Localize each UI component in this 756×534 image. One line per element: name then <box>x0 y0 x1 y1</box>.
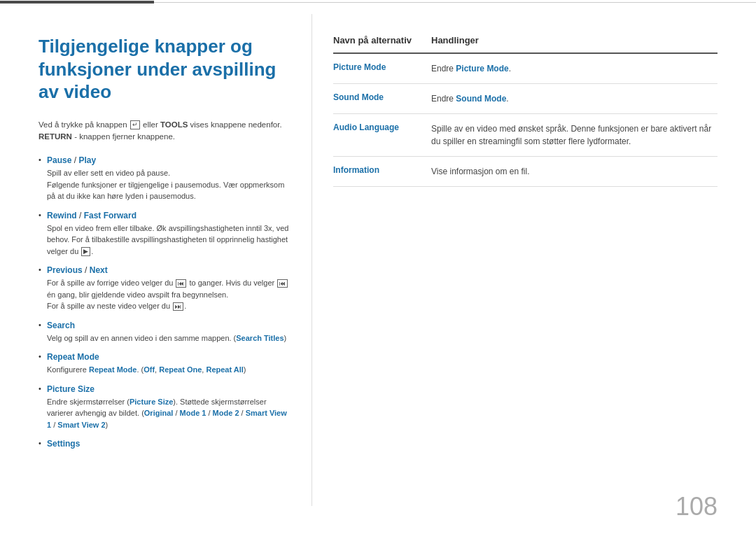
bullet-body-prev: For å spille av forrige video velger du … <box>47 277 290 300</box>
title-settings: Settings <box>47 439 80 449</box>
title-fastforward: Fast Forward <box>84 211 136 220</box>
row-action-audio-language: Spille av en video med ønsket språk. Den… <box>431 122 718 148</box>
bullet-body-search: Velg og spill av en annen video i den sa… <box>47 332 290 344</box>
table-row: Sound Mode Endre Sound Mode. <box>333 84 718 114</box>
list-item: Repeat Mode Konfigurere Repeat Mode. (Of… <box>38 352 290 376</box>
list-item: Search Velg og spill av en annen video i… <box>38 321 290 344</box>
return-icon: ↵ <box>130 120 140 129</box>
table-row: Audio Language Spille av en video med øn… <box>333 114 718 157</box>
title-search: Search <box>47 321 75 330</box>
bullet-title-repeat: Repeat Mode <box>47 352 290 362</box>
intro-text-end: - knappen fjerner knappene. <box>74 132 175 141</box>
row-name-audio-language: Audio Language <box>333 122 431 132</box>
top-bar-accent <box>0 1 154 3</box>
title-previous: Previous <box>47 265 83 275</box>
bullet-body-pause-play2: Følgende funksjoner er tilgjengelige i p… <box>47 179 290 202</box>
left-column: Tilgjengelige knapper og funksjoner unde… <box>38 14 312 506</box>
return-bold: RETURN <box>38 132 72 141</box>
separator: / <box>79 211 84 220</box>
bullet-title-prev-next: Previous / Next <box>47 265 290 275</box>
off-bold: Off <box>144 365 155 374</box>
next-icon: ⏭ <box>173 302 183 311</box>
picture-size-bold: Picture Size <box>130 398 173 406</box>
bullet-body-picture-size: Endre skjermstørrelser (Picture Size). S… <box>47 396 290 431</box>
title-picture-size: Picture Size <box>47 384 94 394</box>
smartview2-bold: Smart View 2 <box>57 421 105 429</box>
row-action-picture-mode: Endre Picture Mode. <box>431 62 718 75</box>
bullet-title-pause-play: Pause / Play <box>47 155 290 165</box>
title-next: Next <box>90 265 108 275</box>
top-bar <box>0 0 756 4</box>
right-column: Navn på alternativ Handlinger Picture Mo… <box>312 14 718 506</box>
intro-text-or: eller <box>143 120 160 129</box>
bullet-list: Pause / Play Spill av eller sett en vide… <box>38 155 290 449</box>
bullet-title-settings: Settings <box>47 439 290 449</box>
search-titles-bold: Search Titles <box>236 334 284 342</box>
table-row: Information Vise informasjon om en fil. <box>333 157 718 187</box>
tools-bold: TOOLS <box>160 120 188 129</box>
main-title: Tilgjengelige knapper og funksjoner unde… <box>38 35 290 104</box>
repeat-all-bold: Repeat All <box>206 365 243 374</box>
list-item: Pause / Play Spill av eller sett en vide… <box>38 155 290 202</box>
row-action-information: Vise informasjon om en fil. <box>431 165 718 178</box>
col-actions-header: Handlinger <box>431 35 718 47</box>
play-icon: ▶ <box>81 247 90 256</box>
repeat-mode-bold: Repeat Mode <box>89 365 136 374</box>
title-repeat: Repeat Mode <box>47 352 99 362</box>
content-area: Tilgjengelige knapper og funksjoner unde… <box>38 14 718 506</box>
page-number: 108 <box>676 492 718 521</box>
intro-text-before: Ved å trykke på knappen <box>38 120 130 129</box>
row-action-sound-mode: Endre Sound Mode. <box>431 92 718 105</box>
bullet-body-repeat: Konfigurere Repeat Mode. (Off, Repeat On… <box>47 364 290 376</box>
header-name-label: Navn på alternativ <box>333 35 412 45</box>
mode1-bold: Mode 1 <box>180 409 206 417</box>
row-name-picture-mode: Picture Mode <box>333 62 431 72</box>
table-header: Navn på alternativ Handlinger <box>333 35 718 54</box>
bullet-body-next: For å spille av neste video velger du ⏭. <box>47 300 290 312</box>
intro-text: Ved å trykke på knappen ↵ eller TOOLS vi… <box>38 119 290 143</box>
bullet-title-search: Search <box>47 321 290 330</box>
list-item: Rewind / Fast Forward Spol en video frem… <box>38 211 290 258</box>
sound-mode-bold: Sound Mode <box>456 94 506 104</box>
top-bar-line <box>154 2 756 3</box>
list-item: Settings <box>38 439 290 449</box>
list-item: Previous / Next For å spille av forrige … <box>38 265 290 312</box>
list-item: Picture Size Endre skjermstørrelser (Pic… <box>38 384 290 431</box>
picture-mode-bold: Picture Mode <box>456 64 508 73</box>
prev-icon: ⏮ <box>176 279 186 288</box>
title-play: Play <box>78 155 96 165</box>
title-rewind: Rewind <box>47 211 77 220</box>
title-pause: Pause <box>47 155 71 165</box>
separator: / <box>85 265 90 275</box>
row-name-sound-mode: Sound Mode <box>333 92 431 102</box>
bullet-body-rewind: Spol en video frem eller tilbake. Øk avs… <box>47 223 290 258</box>
table-row: Picture Mode Endre Picture Mode. <box>333 54 718 84</box>
bullet-body-pause-play: Spill av eller sett en video på pause. <box>47 167 290 179</box>
col-name-header: Navn på alternativ <box>333 35 431 47</box>
repeat-one-bold: Repeat One <box>159 365 202 374</box>
prev-icon2: ⏮ <box>277 279 288 288</box>
intro-text-after: vises knappene nedenfor. <box>190 120 282 129</box>
page-container: Tilgjengelige knapper og funksjoner unde… <box>0 0 756 534</box>
row-name-information: Information <box>333 165 431 175</box>
original-bold: Original <box>144 409 174 417</box>
mode2-bold: Mode 2 <box>213 409 239 417</box>
header-actions-label: Handlinger <box>431 35 479 45</box>
bullet-title-picture-size: Picture Size <box>47 384 290 394</box>
bullet-title-rewind: Rewind / Fast Forward <box>47 211 290 220</box>
